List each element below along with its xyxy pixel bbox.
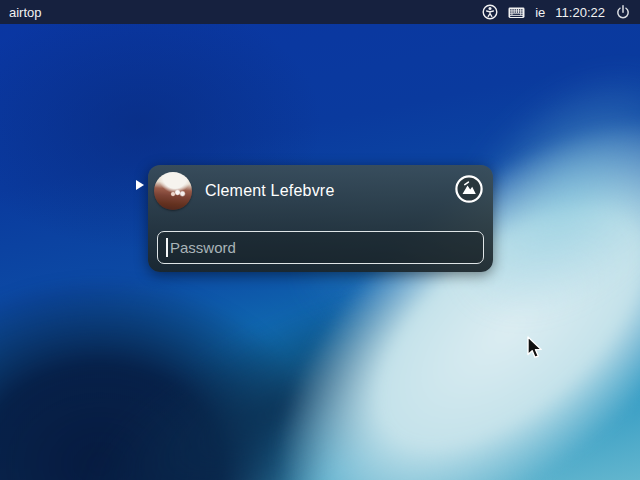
mouse-cursor-icon [526,336,546,366]
mountain-session-badge-icon [455,175,483,203]
hostname-label: airtop [9,5,42,20]
keyboard-layout-icon[interactable] [508,6,525,19]
username-label: Clement Lefebvre [205,182,335,200]
selected-user-marker-icon [136,180,144,190]
password-field-wrap [157,231,484,264]
top-panel: airtop [0,0,640,24]
text-caret [166,238,168,257]
clock-label: 11:20:22 [555,5,605,20]
accessibility-icon[interactable] [482,4,498,20]
power-icon[interactable] [615,4,631,20]
keyboard-layout-label[interactable]: ie [535,5,545,20]
login-panel: Clement Lefebvre [148,165,493,272]
session-badge-button[interactable] [455,175,483,203]
top-panel-indicators: ie 11:20:22 [482,4,631,20]
password-input[interactable] [157,231,484,264]
user-row[interactable]: Clement Lefebvre [154,170,483,212]
user-avatar [154,172,192,210]
